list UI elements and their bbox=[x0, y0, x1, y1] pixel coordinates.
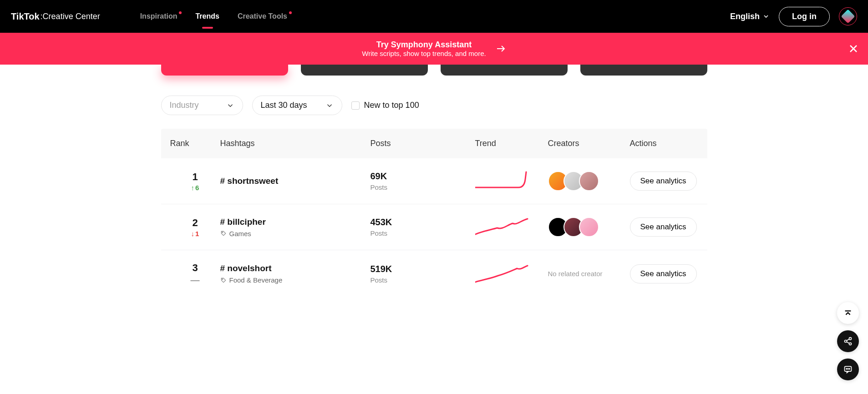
svg-point-4 bbox=[222, 278, 223, 279]
posts-cell: 519KPosts bbox=[371, 264, 475, 284]
category-card[interactable] bbox=[161, 65, 288, 76]
industry-select[interactable]: Industry bbox=[161, 96, 243, 115]
rank-number: 1 bbox=[170, 171, 220, 183]
main-nav: Inspiration Trends Creative Tools bbox=[140, 12, 287, 20]
banner-title: Try Symphony Assistant bbox=[362, 40, 486, 50]
nav-label: Inspiration bbox=[140, 12, 178, 20]
col-hashtags: Hashtags bbox=[220, 139, 371, 148]
tag-icon bbox=[220, 230, 227, 237]
logo-sub: :Creative Center bbox=[41, 12, 100, 21]
actions-cell: See analytics bbox=[630, 172, 726, 191]
hashtag-category: Games bbox=[220, 230, 371, 237]
rank-delta: ↑6 bbox=[170, 184, 220, 192]
hashtag-cell: # shortnsweet bbox=[220, 176, 371, 186]
trend-cell bbox=[475, 263, 548, 285]
hashtag-name[interactable]: # shortnsweet bbox=[220, 176, 371, 186]
posts-count: 519K bbox=[371, 264, 475, 274]
hashtag-name[interactable]: # novelshort bbox=[220, 263, 371, 273]
rank-number: 2 bbox=[170, 217, 220, 229]
category-card[interactable] bbox=[301, 65, 428, 76]
table-row[interactable]: 2↓1# billcipherGames453KPostsSee analyti… bbox=[161, 204, 707, 250]
see-analytics-button[interactable]: See analytics bbox=[630, 217, 697, 237]
nav-inspiration[interactable]: Inspiration bbox=[140, 12, 178, 20]
category-cards-row bbox=[152, 65, 716, 76]
chevron-down-icon bbox=[226, 101, 234, 110]
col-posts: Posts bbox=[371, 139, 475, 148]
logo-main: TikTok bbox=[11, 11, 40, 22]
rank-cell: 3— bbox=[170, 262, 220, 285]
arrow-down-icon: ↓ bbox=[191, 230, 195, 237]
banner-subtitle: Write scripts, show top trends, and more… bbox=[362, 50, 486, 57]
nav-creative-tools[interactable]: Creative Tools bbox=[238, 12, 287, 20]
header-left: TikTok :Creative Center Inspiration Tren… bbox=[11, 11, 287, 22]
tag-icon bbox=[220, 277, 227, 283]
trends-table: Rank Hashtags Posts Trend Creators Actio… bbox=[152, 129, 716, 297]
arrow-right-icon bbox=[495, 43, 506, 54]
period-select[interactable]: Last 30 days bbox=[252, 96, 342, 115]
creator-avatar[interactable] bbox=[579, 171, 599, 191]
actions-cell: See analytics bbox=[630, 264, 726, 283]
avatar-icon bbox=[841, 9, 855, 23]
col-creators: Creators bbox=[548, 139, 630, 148]
posts-label: Posts bbox=[371, 183, 475, 191]
login-button[interactable]: Log in bbox=[779, 7, 830, 26]
table-body: 1↑6# shortnsweet69KPostsSee analytics2↓1… bbox=[161, 158, 707, 297]
col-actions: Actions bbox=[630, 139, 726, 148]
svg-point-3 bbox=[222, 232, 223, 233]
creators-cell bbox=[548, 171, 630, 191]
period-value: Last 30 days bbox=[261, 101, 307, 110]
hashtag-cell: # novelshortFood & Beverage bbox=[220, 263, 371, 284]
see-analytics-button[interactable]: See analytics bbox=[630, 172, 697, 191]
trend-cell bbox=[475, 170, 548, 192]
table-row[interactable]: 1↑6# shortnsweet69KPostsSee analytics bbox=[161, 158, 707, 204]
creators-cell: No related creator bbox=[548, 270, 630, 278]
notification-dot-icon bbox=[179, 11, 182, 14]
header-right: English Log in bbox=[730, 7, 857, 26]
creators-cell bbox=[548, 217, 630, 237]
posts-label: Posts bbox=[371, 276, 475, 284]
rank-delta: ↓1 bbox=[170, 230, 220, 237]
hashtag-name[interactable]: # billcipher bbox=[220, 217, 371, 227]
chevron-down-icon bbox=[325, 101, 334, 110]
checkbox-icon bbox=[351, 101, 360, 110]
trend-cell bbox=[475, 216, 548, 238]
hashtag-cell: # billcipherGames bbox=[220, 217, 371, 237]
rank-delta: — bbox=[170, 275, 220, 285]
posts-count: 453K bbox=[371, 217, 475, 227]
nav-label: Creative Tools bbox=[238, 12, 287, 20]
category-card[interactable] bbox=[580, 65, 707, 76]
new-to-top-checkbox[interactable]: New to top 100 bbox=[351, 101, 419, 110]
profile-avatar[interactable] bbox=[839, 7, 857, 25]
col-rank: Rank bbox=[170, 139, 220, 148]
trend-sparkline-icon bbox=[475, 263, 530, 283]
logo[interactable]: TikTok :Creative Center bbox=[11, 11, 100, 22]
chevron-down-icon bbox=[762, 13, 770, 20]
nav-trends[interactable]: Trends bbox=[195, 12, 219, 20]
checkbox-label: New to top 100 bbox=[364, 101, 419, 110]
posts-count: 69K bbox=[371, 171, 475, 182]
hashtag-category: Food & Beverage bbox=[220, 276, 371, 284]
language-selector[interactable]: English bbox=[730, 12, 770, 21]
table-header: Rank Hashtags Posts Trend Creators Actio… bbox=[161, 129, 707, 158]
banner-text: Try Symphony Assistant Write scripts, sh… bbox=[362, 40, 486, 57]
notification-dot-icon bbox=[289, 11, 292, 14]
creator-avatar[interactable] bbox=[579, 217, 599, 237]
category-card[interactable] bbox=[441, 65, 568, 76]
table-row[interactable]: 3—# novelshortFood & Beverage519KPostsNo… bbox=[161, 250, 707, 297]
col-trend: Trend bbox=[475, 139, 548, 148]
posts-cell: 453KPosts bbox=[371, 217, 475, 237]
language-label: English bbox=[730, 12, 760, 21]
rank-number: 3 bbox=[170, 262, 220, 274]
rank-cell: 1↑6 bbox=[170, 171, 220, 192]
posts-cell: 69KPosts bbox=[371, 171, 475, 191]
no-creator-text: No related creator bbox=[548, 270, 603, 278]
see-analytics-button[interactable]: See analytics bbox=[630, 264, 697, 283]
filters-row: Industry Last 30 days New to top 100 bbox=[152, 96, 716, 115]
rank-cell: 2↓1 bbox=[170, 217, 220, 237]
trend-sparkline-icon bbox=[475, 170, 530, 190]
trend-sparkline-icon bbox=[475, 216, 530, 236]
promo-banner[interactable]: Try Symphony Assistant Write scripts, sh… bbox=[0, 33, 868, 65]
posts-label: Posts bbox=[371, 229, 475, 237]
close-icon[interactable] bbox=[848, 43, 859, 54]
top-header: TikTok :Creative Center Inspiration Tren… bbox=[0, 0, 868, 33]
